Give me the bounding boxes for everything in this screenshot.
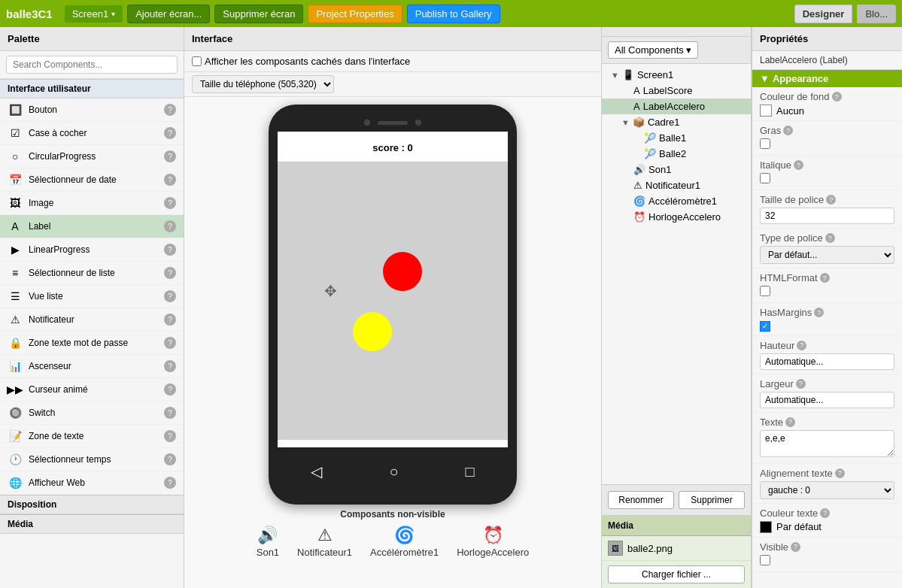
non-visible-item-son1[interactable]: 🔊Son1 <box>257 526 279 558</box>
nv-icon-label: HorlogeAccelero <box>457 547 529 558</box>
palette-item-case-à-cocher[interactable]: ☑ Case à cocher ? <box>0 122 184 145</box>
tree-item-labelscore[interactable]: A LabelScore <box>602 83 751 99</box>
palette-item-sélectionneur-temps[interactable]: 🕐 Sélectionneur temps ? <box>0 448 184 471</box>
prop-input-height[interactable] <box>760 353 894 370</box>
palette-help-icon[interactable]: ? <box>164 127 176 139</box>
prop-select-text_align[interactable]: gauche : 0 <box>760 481 894 499</box>
properties-appearance-section: ▼ Appearance <box>752 70 902 87</box>
palette-help-icon[interactable]: ? <box>164 430 176 442</box>
palette-help-icon[interactable]: ? <box>164 290 176 302</box>
checkbox-has_margins[interactable]: ✓ <box>760 321 770 332</box>
remove-screen-button[interactable]: Supprimer écran <box>214 5 303 23</box>
color-swatch-bg_color[interactable] <box>760 105 772 117</box>
tree-item-balle1[interactable]: 🎾 Balle1 <box>602 130 751 146</box>
palette-help-icon[interactable]: ? <box>164 197 176 209</box>
tree-item-horlogeaccelero[interactable]: ⏰ HorlogeAccelero <box>602 209 751 225</box>
palette-help-icon[interactable]: ? <box>164 220 176 232</box>
tree-item-labelaccelero[interactable]: A LabelAccelero <box>602 99 751 114</box>
palette-item-linearprogress[interactable]: ▶ LinearProgress ? <box>0 238 184 262</box>
prop-help-icon[interactable]: ? <box>835 468 845 478</box>
palette-item-notificateur[interactable]: ⚠ Notificateur ? <box>0 308 184 332</box>
rename-button[interactable]: Renommer <box>608 491 674 509</box>
color-swatch-text_color[interactable] <box>760 521 772 533</box>
palette-item-sélectionneur-de-liste[interactable]: ≡ Sélectionneur de liste ? <box>0 262 184 285</box>
prop-help-icon[interactable]: ? <box>796 379 806 389</box>
palette-help-icon[interactable]: ? <box>164 360 176 372</box>
blocks-button[interactable]: Blo... <box>857 5 896 23</box>
palette-help-icon[interactable]: ? <box>164 174 176 186</box>
palette-help-icon[interactable]: ? <box>164 407 176 419</box>
delete-button[interactable]: Supprimer <box>679 491 745 509</box>
non-visible-item-horlogeaccelero[interactable]: ⏰HorlogeAccelero <box>457 526 529 558</box>
properties-component-label: LabelAccelero (Label) <box>752 51 902 70</box>
checkbox-bold[interactable] <box>760 138 770 149</box>
palette-help-icon[interactable]: ? <box>164 453 176 465</box>
palette-item-circularprogress[interactable]: ○ CircularProgress ? <box>0 145 184 168</box>
tree-item-accéléromètre1[interactable]: 🌀 Accéléromètre1 <box>602 193 751 209</box>
designer-button[interactable]: Designer <box>794 5 853 23</box>
tree-item-cadre1[interactable]: ▼ 📦 Cadre1 <box>602 114 751 130</box>
top-bar: balle3C1 Screen1 ▾ Ajouter écran... Supp… <box>0 0 902 27</box>
palette-item-vue-liste[interactable]: ☰ Vue liste ? <box>0 285 184 308</box>
checkbox-italic[interactable] <box>760 173 770 183</box>
upload-button[interactable]: Charger fichier ... <box>608 565 745 583</box>
filter-arrow-icon: ▾ <box>686 44 691 56</box>
prop-help-icon[interactable]: ? <box>820 273 830 283</box>
prop-help-icon[interactable]: ? <box>785 417 795 427</box>
prop-help-icon[interactable]: ? <box>825 233 835 243</box>
palette-item-label: Bouton <box>29 105 158 115</box>
media-item-balle2.png[interactable]: 🖼 balle2.png <box>602 536 751 561</box>
prop-help-icon[interactable]: ? <box>797 341 806 350</box>
palette-item-image[interactable]: 🖼 Image ? <box>0 192 184 215</box>
phone-size-select[interactable]: Taille du téléphone (505,320) <box>192 75 334 93</box>
tree-expand-icon[interactable]: ▼ <box>621 118 630 127</box>
palette-item-zone-de-texte[interactable]: 📝 Zone de texte ? <box>0 425 184 448</box>
palette-help-icon[interactable]: ? <box>164 267 176 279</box>
palette-item-afficheur-web[interactable]: 🌐 Afficheur Web ? <box>0 471 184 495</box>
checkbox-visible[interactable] <box>760 555 770 565</box>
palette-help-icon[interactable]: ? <box>164 244 176 256</box>
tree-expand-icon[interactable]: ▼ <box>611 71 619 80</box>
prop-input-font_size[interactable] <box>760 208 894 224</box>
palette-help-icon[interactable]: ? <box>164 337 176 349</box>
palette-item-curseur-animé[interactable]: ▶▶ Curseur animé ? <box>0 378 184 402</box>
publish-gallery-button[interactable]: Publish to Gallery <box>407 5 500 23</box>
palette-item-label[interactable]: A Label ? <box>0 215 184 238</box>
palette-item-bouton[interactable]: 🔲 Bouton ? <box>0 99 184 122</box>
prop-help-icon[interactable]: ? <box>832 92 842 102</box>
tree-item-son1[interactable]: 🔊 Son1 <box>602 162 751 177</box>
screen-button[interactable]: Screen1 ▾ <box>65 5 123 23</box>
phone-speaker <box>378 121 408 125</box>
phone-area: score : 0 ✥ ◁ ○ □ <box>184 97 601 588</box>
tree-item-screen1[interactable]: ▼ 📱 Screen1 <box>602 67 751 83</box>
prop-select-font_type[interactable]: Par défaut... <box>760 246 894 264</box>
tree-item-notificateur1[interactable]: ⚠ Notificateur1 <box>602 177 751 193</box>
palette-help-icon[interactable]: ? <box>164 383 176 396</box>
prop-help-icon[interactable]: ? <box>820 508 830 518</box>
prop-help-icon[interactable]: ? <box>814 308 824 317</box>
palette-item-ascenseur[interactable]: 📊 Ascenseur ? <box>0 355 184 378</box>
tree-item-balle2[interactable]: 🎾 Balle2 <box>602 146 751 162</box>
palette-item-zone-texte-mot-de-passe[interactable]: 🔒 Zone texte mot de passe ? <box>0 332 184 355</box>
non-visible-item-accéléromètre1[interactable]: 🌀Accéléromètre1 <box>370 526 439 558</box>
search-input[interactable] <box>6 56 178 74</box>
tree-filter-button[interactable]: All Components ▾ <box>608 41 698 59</box>
checkbox-html_format[interactable] <box>760 286 770 296</box>
project-properties-button[interactable]: Project Properties <box>308 5 402 23</box>
add-screen-button[interactable]: Ajouter écran... <box>127 5 210 23</box>
palette-item-sélectionneur-de-date[interactable]: 📅 Sélectionneur de date ? <box>0 168 184 192</box>
prop-help-icon[interactable]: ? <box>794 160 803 170</box>
palette-help-icon[interactable]: ? <box>164 477 176 489</box>
palette-help-icon[interactable]: ? <box>164 314 176 326</box>
palette-help-icon[interactable]: ? <box>164 150 176 162</box>
prop-help-icon[interactable]: ? <box>791 542 800 552</box>
prop-help-icon[interactable]: ? <box>826 195 836 205</box>
non-visible-item-notificateur1[interactable]: ⚠Notificateur1 <box>297 526 352 558</box>
prop-help-icon[interactable]: ? <box>783 126 793 135</box>
palette-item-switch[interactable]: 🔘 Switch ? <box>0 402 184 425</box>
tree-item-icon: 🎾 <box>644 148 656 159</box>
show-hidden-checkbox[interactable] <box>192 56 202 66</box>
prop-input-width[interactable] <box>760 392 894 408</box>
prop-textarea-text[interactable]: e,e,e <box>760 430 894 457</box>
palette-help-icon[interactable]: ? <box>164 104 176 116</box>
